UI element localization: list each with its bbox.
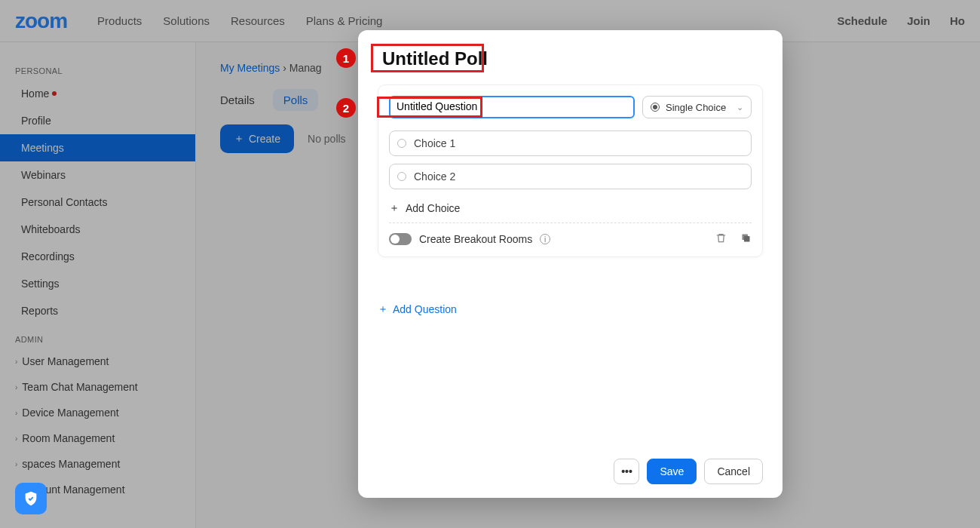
sidebar-item-home[interactable]: Home (0, 80, 195, 107)
sidebar-item-spaces-management[interactable]: ›spaces Management (0, 451, 195, 477)
plus-icon: ＋ (234, 132, 244, 146)
no-polls-text: No polls (308, 133, 346, 145)
delete-icon[interactable] (715, 232, 727, 246)
modal-footer: ••• Save Cancel (378, 459, 763, 484)
create-button-label: Create (249, 133, 280, 145)
choice-1-input[interactable]: Choice 1 (389, 130, 752, 156)
poll-title-input[interactable]: Untitled Poll (378, 47, 492, 71)
sidebar-item-label: Reports (21, 305, 58, 317)
poll-modal: Untitled Poll Untitled Question Single C… (358, 30, 782, 498)
logo[interactable]: zoom (15, 9, 67, 33)
question-header-row: Untitled Question Single Choice ⌄ (389, 96, 752, 121)
question-type-select[interactable]: Single Choice ⌄ (642, 96, 752, 118)
more-options-button[interactable]: ••• (614, 459, 639, 484)
sidebar-item-label: Profile (21, 115, 51, 127)
choice-2-input[interactable]: Choice 2 (389, 164, 752, 189)
sidebar-item-label: Whiteboards (21, 223, 81, 235)
breadcrumb-current: Manag (289, 62, 322, 74)
sidebar-item-settings[interactable]: Settings (0, 270, 195, 297)
choice-label: Choice 1 (414, 137, 455, 149)
topnav-resources[interactable]: Resources (231, 14, 285, 27)
sidebar-item-recordings[interactable]: Recordings (0, 243, 195, 270)
sidebar-item-user-management[interactable]: ›User Management (0, 348, 195, 374)
choice-label: Choice 2 (414, 170, 455, 183)
sidebar-item-team-chat[interactable]: ›Team Chat Management (0, 374, 195, 400)
annotation-badge-1: 1 (336, 48, 356, 68)
chevron-right-icon: › (15, 383, 17, 391)
create-button[interactable]: ＋ Create (220, 124, 294, 153)
svg-rect-1 (744, 236, 750, 242)
annotation-badge-2: 2 (336, 98, 356, 118)
tab-details[interactable]: Details (220, 89, 255, 111)
cancel-button[interactable]: Cancel (704, 459, 763, 484)
breadcrumb-separator: › (283, 62, 289, 74)
add-question-label: Add Question (393, 303, 457, 315)
chevron-right-icon: › (15, 434, 17, 443)
sidebar-item-label: Team Chat Management (22, 381, 137, 393)
plus-icon: ＋ (389, 201, 400, 215)
topnav-solutions[interactable]: Solutions (163, 14, 210, 27)
topnav-products[interactable]: Products (97, 14, 142, 27)
sidebar-item-label: Personal Contacts (21, 196, 107, 208)
radio-icon (397, 139, 406, 148)
sidebar-item-label: Home (21, 87, 49, 100)
question-type-label: Single Choice (666, 102, 726, 113)
question-card: Untitled Question Single Choice ⌄ Choice… (378, 84, 763, 257)
question-input-wrap: Untitled Question (389, 96, 635, 121)
sidebar-item-whiteboards[interactable]: Whiteboards (0, 216, 195, 243)
question-card-actions (715, 232, 752, 246)
sidebar-item-label: User Management (22, 355, 109, 367)
chevron-right-icon: › (15, 358, 17, 366)
notification-dot-icon (52, 91, 57, 96)
add-choice-button[interactable]: ＋ Add Choice (389, 197, 752, 223)
save-button[interactable]: Save (647, 459, 697, 484)
topnav-plans[interactable]: Plans & Pricing (306, 14, 383, 27)
chevron-right-icon: › (15, 409, 17, 417)
breadcrumb-root[interactable]: My Meetings (220, 62, 280, 74)
sidebar-item-reports[interactable]: Reports (0, 297, 195, 324)
sidebar-item-label: Device Management (22, 407, 118, 419)
sidebar-item-profile[interactable]: Profile (0, 107, 195, 134)
tab-polls[interactable]: Polls (273, 89, 319, 111)
top-nav-right: Schedule Join Ho (837, 14, 965, 27)
sidebar-item-label: Settings (21, 278, 60, 290)
info-icon[interactable]: i (540, 234, 550, 244)
question-input[interactable]: Untitled Question (389, 96, 635, 118)
sidebar-section-admin: ADMIN (0, 324, 195, 348)
add-choice-label: Add Choice (406, 202, 460, 214)
top-nav: Products Solutions Resources Plans & Pri… (97, 14, 382, 27)
duplicate-icon[interactable] (740, 232, 752, 246)
radio-icon (397, 172, 406, 181)
sidebar-item-webinars[interactable]: Webinars (0, 161, 195, 189)
sidebar: PERSONAL Home Profile Meetings Webinars … (0, 42, 196, 528)
sidebar-item-label: spaces Management (22, 458, 120, 470)
sidebar-item-label: Meetings (21, 142, 64, 154)
sidebar-item-label: Webinars (21, 169, 66, 181)
breakout-toggle[interactable] (389, 233, 412, 245)
sidebar-item-label: Recordings (21, 250, 75, 262)
sidebar-item-room-management[interactable]: ›Room Management (0, 425, 195, 451)
breakout-row: Create Breakout Rooms i (389, 223, 752, 246)
sidebar-item-personal-contacts[interactable]: Personal Contacts (0, 189, 195, 216)
breakout-label: Create Breakout Rooms (419, 233, 532, 245)
radio-icon (651, 103, 660, 112)
sidebar-section-personal: PERSONAL (0, 56, 195, 80)
sidebar-item-meetings[interactable]: Meetings (0, 134, 195, 161)
chevron-down-icon: ⌄ (737, 103, 743, 112)
sidebar-item-device-management[interactable]: ›Device Management (0, 400, 195, 425)
sidebar-item-label: Room Management (22, 432, 115, 444)
topnav-join[interactable]: Join (907, 14, 930, 27)
chevron-right-icon: › (15, 460, 17, 468)
add-question-button[interactable]: ＋ Add Question (378, 302, 763, 316)
topnav-host[interactable]: Ho (950, 14, 965, 27)
topnav-schedule[interactable]: Schedule (837, 14, 887, 27)
security-shield-icon[interactable] (15, 483, 47, 514)
plus-icon: ＋ (378, 302, 388, 316)
